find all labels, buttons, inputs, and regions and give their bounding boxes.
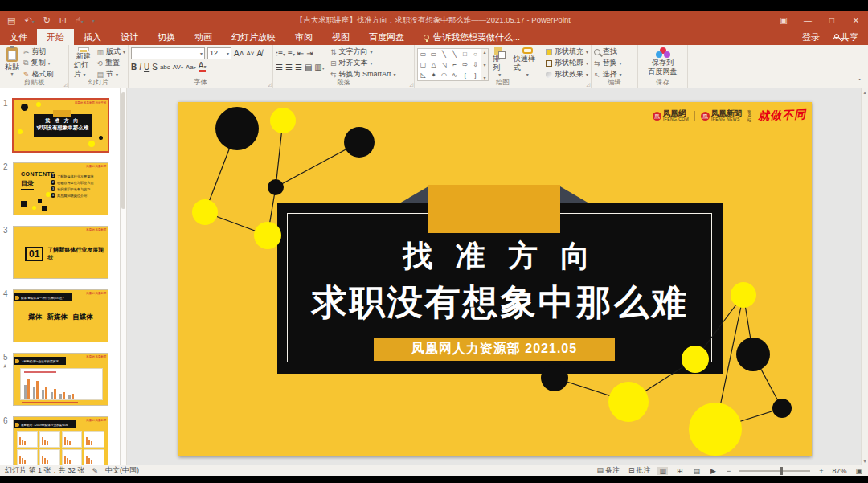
font-dialog-launcher-icon[interactable]: ◿ bbox=[268, 81, 272, 87]
zoom-slider[interactable] bbox=[739, 470, 810, 472]
shape-gallery-scrollbar[interactable]: ▴▾▾ bbox=[481, 48, 489, 81]
language-indicator[interactable]: 中文(中国) bbox=[105, 465, 139, 476]
indent-increase-icon[interactable]: ⇥ bbox=[306, 49, 313, 58]
increase-font-icon[interactable]: A˄ bbox=[234, 49, 244, 58]
collapse-ribbon-icon[interactable]: ⌃ bbox=[857, 78, 862, 85]
quick-styles-button[interactable]: 快速样式▾ bbox=[511, 47, 544, 79]
strikethrough-button[interactable]: S bbox=[152, 63, 158, 72]
align-left-icon[interactable]: ☰ bbox=[276, 63, 283, 72]
shape-outline-button[interactable]: 形状轮廓▾ bbox=[546, 58, 588, 68]
thumbnail-5[interactable]: 5 ★ 凤凰網 凤凰新聞 了解新媒体行业近年发展状况 bbox=[13, 353, 108, 406]
align-center-icon[interactable]: ☰ bbox=[285, 63, 293, 72]
thumbnail-3-slide[interactable]: 凤凰網 凤凰新聞 01 了解新媒体行业发展现状 bbox=[13, 226, 108, 279]
justify-icon[interactable]: ▤ bbox=[305, 63, 312, 72]
zoom-out-icon[interactable]: − bbox=[725, 467, 732, 475]
character-spacing-button[interactable]: AV▾ bbox=[173, 63, 183, 71]
slide-title-line1[interactable]: 找 准 方 向 bbox=[277, 236, 723, 276]
share-button[interactable]: 共享 bbox=[833, 31, 858, 43]
slide-sorter-view-icon[interactable]: ⊞ bbox=[675, 467, 685, 475]
minimize-icon[interactable]: — bbox=[796, 16, 820, 25]
thumbnail-1[interactable]: 1 凤凰網 凤凰新聞 就做不同 找 准 方 向 求职没有想象中那么难 bbox=[13, 99, 108, 152]
arrange-button[interactable]: 排列▾ bbox=[490, 47, 510, 79]
redo-icon[interactable]: ↻ bbox=[43, 15, 51, 26]
canvas-scrollbar[interactable]: ▴▾ bbox=[861, 88, 868, 465]
replace-button[interactable]: ⇆替换▾ bbox=[594, 58, 622, 68]
tab-baidu-netdisk[interactable]: 百度网盘 bbox=[359, 29, 414, 45]
slide-title-line2[interactable]: 求职没有想象中那么难 bbox=[261, 279, 739, 326]
copy-button[interactable]: ⧉复制▾ bbox=[23, 58, 54, 68]
tab-insert[interactable]: 插入 bbox=[74, 29, 111, 45]
maximize-icon[interactable]: □ bbox=[820, 16, 844, 25]
normal-view-icon[interactable]: ▥ bbox=[657, 467, 668, 475]
font-size-combo[interactable]: 12▾ bbox=[207, 47, 231, 59]
paragraph-dialog-launcher-icon[interactable]: ◿ bbox=[409, 81, 413, 87]
columns-icon[interactable]: ▥▾ bbox=[314, 63, 324, 72]
slide-banner[interactable]: 凤凰网人力资源部 2021.05 bbox=[374, 338, 615, 361]
reading-view-icon[interactable]: ▤ bbox=[692, 467, 702, 475]
change-case-button[interactable]: Aa▾ bbox=[186, 63, 196, 71]
thumbnail-4[interactable]: 4 凤凰網 凤凰新聞 媒体·新媒体是一种什么样的存在? 媒体 新媒体 自媒体 bbox=[13, 289, 108, 342]
touch-mode-icon[interactable]: ☝▾ bbox=[76, 15, 84, 26]
text-shadow-button[interactable]: abc bbox=[160, 63, 170, 71]
tab-transitions[interactable]: 切换 bbox=[148, 29, 185, 45]
thumbnail-1-slide[interactable]: 凤凰網 凤凰新聞 就做不同 找 准 方 向 求职没有想象中那么难 bbox=[13, 99, 108, 152]
fit-slide-icon[interactable]: ▣ bbox=[854, 467, 864, 475]
zoom-in-icon[interactable]: + bbox=[817, 467, 825, 475]
tab-slideshow[interactable]: 幻灯片放映 bbox=[222, 29, 285, 45]
notes-button[interactable]: ▤备注 bbox=[595, 465, 620, 476]
thumbnail-3[interactable]: 3 凤凰網 凤凰新聞 01 了解新媒体行业发展现状 bbox=[13, 226, 108, 279]
tab-view[interactable]: 视图 bbox=[322, 29, 359, 45]
tell-me-box[interactable]: 告诉我您想要做什么... bbox=[424, 29, 520, 45]
save-icon[interactable]: ▤ bbox=[7, 15, 15, 26]
mini-chart bbox=[20, 368, 103, 400]
reset-button[interactable]: ⟲重置 bbox=[96, 58, 125, 68]
numbering-icon[interactable]: ≡▾ bbox=[288, 49, 295, 58]
slideshow-view-icon[interactable]: ▶ bbox=[709, 467, 718, 475]
clear-formatting-icon[interactable]: A̸ bbox=[257, 49, 263, 58]
start-slideshow-icon[interactable]: ⊡ bbox=[59, 15, 67, 26]
tab-file[interactable]: 文件 bbox=[0, 29, 37, 45]
zoom-slider-thumb[interactable] bbox=[780, 467, 783, 475]
layout-button[interactable]: ▥版式▾ bbox=[96, 47, 125, 57]
text-direction-button[interactable]: ⇅文字方向▾ bbox=[330, 47, 396, 57]
ribbon-display-options-icon[interactable]: ▣ bbox=[772, 16, 796, 25]
save-to-baidu-button[interactable]: 保存到 百度网盘 bbox=[646, 47, 680, 79]
shape-gallery[interactable]: ▭▭╲╲□○ ▢△◹⌐⇨⇩ ◺✦◠∿{} ▴▾▾ bbox=[417, 47, 489, 79]
align-text-button[interactable]: ⊟对齐文本▾ bbox=[330, 58, 396, 68]
thumbnail-panel-scrollbar[interactable] bbox=[121, 88, 127, 465]
tab-home[interactable]: 开始 bbox=[37, 29, 74, 45]
tab-review[interactable]: 审阅 bbox=[285, 29, 322, 45]
shape-fill-button[interactable]: 形状填充▾ bbox=[546, 47, 588, 57]
italic-button[interactable]: I bbox=[139, 63, 141, 72]
clipboard-dialog-launcher-icon[interactable]: ◿ bbox=[63, 81, 68, 87]
underline-button[interactable]: U bbox=[144, 63, 149, 72]
align-right-icon[interactable]: ☰ bbox=[295, 63, 302, 72]
zoom-level[interactable]: 87% bbox=[832, 467, 846, 475]
bold-button[interactable]: B bbox=[131, 63, 137, 72]
close-icon[interactable]: ✕ bbox=[844, 16, 868, 25]
cut-button[interactable]: ✂剪切 bbox=[23, 47, 54, 57]
thumbnail-4-slide[interactable]: 凤凰網 凤凰新聞 媒体·新媒体是一种什么样的存在? 媒体 新媒体 自媒体 bbox=[13, 289, 108, 342]
thumbnail-6[interactable]: 6 凤凰網 凤凰新聞 最新数据：2019新媒体行业发展情况 bbox=[13, 416, 108, 465]
find-button[interactable]: 查找 bbox=[594, 47, 622, 57]
thumbnail-2[interactable]: 2 凤凰網 凤凰新聞 CONTENTS 目录 1了解新媒体行业发展现状 2明确自… bbox=[13, 162, 108, 215]
gold-tab-shape[interactable] bbox=[428, 185, 560, 233]
thumbnail-5-slide[interactable]: 凤凰網 凤凰新聞 了解新媒体行业近年发展状况 bbox=[13, 353, 108, 406]
sign-in-button[interactable]: 登录 bbox=[802, 31, 820, 43]
font-name-combo[interactable]: ▾ bbox=[131, 47, 205, 59]
slide-editor[interactable]: 找 准 方 向 求职没有想象中那么难 凤凰网人力资源部 2021.05 凰 凤凰… bbox=[178, 102, 812, 456]
drawing-dialog-launcher-icon[interactable]: ◿ bbox=[586, 81, 590, 87]
tab-design[interactable]: 设计 bbox=[111, 29, 148, 45]
thumbnail-6-slide[interactable]: 凤凰網 凤凰新聞 最新数据：2019新媒体行业发展情况 bbox=[13, 416, 108, 465]
decrease-font-icon[interactable]: A˅ bbox=[247, 50, 255, 57]
undo-icon[interactable]: ↶▾ bbox=[24, 15, 34, 26]
new-slide-button[interactable]: 新建 幻灯片 ▾ bbox=[72, 47, 95, 79]
thumbnail-2-slide[interactable]: 凤凰網 凤凰新聞 CONTENTS 目录 1了解新媒体行业发展现状 2明确自身定… bbox=[13, 162, 108, 215]
indent-decrease-icon[interactable]: ⇤ bbox=[297, 49, 304, 58]
spell-check-icon[interactable]: ✎ bbox=[92, 467, 99, 475]
tab-animations[interactable]: 动画 bbox=[185, 29, 222, 45]
comments-button[interactable]: ⊟批注 bbox=[627, 465, 651, 476]
paste-button[interactable]: 粘贴▾ bbox=[2, 47, 22, 79]
font-color-button[interactable]: A▾ bbox=[199, 61, 207, 72]
bullets-icon[interactable]: ⁝≡▾ bbox=[276, 49, 285, 58]
